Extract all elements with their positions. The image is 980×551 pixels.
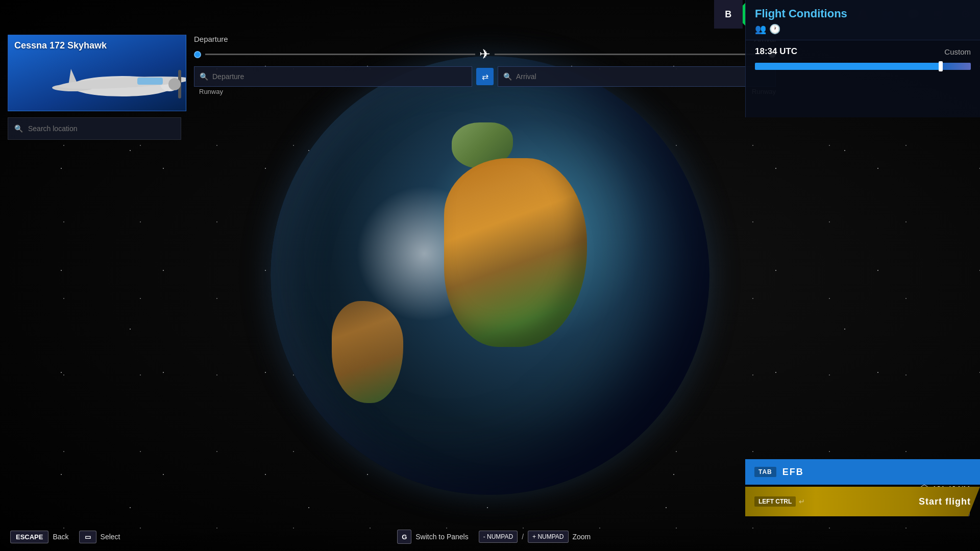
search-icon: 🔍 [14,124,23,133]
fc-weather-icon: 👥 [755,23,766,35]
bottom-bar-left: ESCAPE Back ▭ Select [10,531,120,543]
b-button[interactable]: B [714,0,743,29]
fc-title-text: Flight Conditions [755,7,847,20]
aircraft-card[interactable]: Cessna 172 Skyhawk [8,35,186,111]
arrival-input[interactable] [516,72,770,81]
svg-rect-5 [137,78,163,85]
atmosphere [271,56,709,495]
search-location-bar[interactable]: 🔍 [8,117,181,140]
start-flight-button[interactable]: LEFT CTRL ↵ Start flight [745,487,980,516]
select-key: ▭ [79,531,96,543]
route-connector-right [495,54,765,55]
swap-button[interactable]: ⇄ [476,68,494,85]
plus-numpad-key: + NUMPAD [528,531,568,543]
fp-labels: Departure Arrival [189,35,781,43]
fc-time-slider[interactable] [755,63,971,70]
fc-time-icon: 🕐 [769,23,780,35]
minus-numpad-key: - NUMPAD [479,531,518,543]
g-key: G [397,530,411,544]
arrival-input-wrap[interactable]: 🔍 [498,66,776,87]
fc-time-row: 18:34 UTC Custom [746,40,980,63]
fc-utc-time: 18:34 UTC [755,46,797,57]
escape-keybind: ESCAPE Back [10,531,69,543]
departure-input[interactable] [212,72,467,81]
switch-panels-label: Switch to Panels [415,533,469,541]
departure-dot [194,51,201,58]
flight-conditions-header: Flight Conditions 👥 🕐 [746,0,980,40]
plane-icon: ✈ [479,46,491,62]
fp-inputs: 🔍 ⇄ 🔍 [189,66,781,87]
route-connector-left [205,54,475,55]
efb-button[interactable]: TAB EFB [745,459,980,485]
search-location-input[interactable] [28,124,175,133]
aircraft-title: Cessna 172 Skyhawk [14,40,107,51]
departure-search-icon: 🔍 [200,72,208,81]
back-label: Back [53,533,68,541]
escape-key: ESCAPE [10,531,48,543]
switch-panels-keybind: G Switch to Panels [397,530,469,544]
swap-icon: ⇄ [482,72,488,82]
fc-icons-row: 👥 🕐 [755,23,971,35]
start-flight-key: LEFT CTRL [754,496,796,507]
select-label: Select [101,533,120,541]
flight-plan-bar: Departure Arrival ✈ 🔍 ⇄ 🔍 Runway Runway [189,35,781,96]
bottom-bar-center: G Switch to Panels - NUMPAD / + NUMPAD Z… [397,530,591,544]
svg-point-7 [168,78,181,90]
runway-labels: Runway Runway [189,87,781,95]
start-flight-text: Start flight [919,496,971,507]
fc-slider-container[interactable] [746,63,980,77]
flight-conditions-title: Flight Conditions [755,7,971,20]
departure-runway-label: Runway [194,88,223,95]
efb-text: EFB [782,467,804,478]
departure-label: Departure [194,35,228,43]
efb-tab-label: TAB [754,467,776,477]
arrival-search-icon: 🔍 [503,72,512,81]
globe[interactable] [271,56,709,495]
fc-slider-thumb [939,61,943,71]
bottom-bar: ESCAPE Back ▭ Select G Switch to Panels … [0,522,980,551]
start-flight-arrow: ↵ [799,497,805,506]
start-flight-keybind: LEFT CTRL ↵ [754,496,805,507]
right-panel: Flight Conditions 👥 🕐 18:34 UTC Custom [745,0,980,117]
fc-preset-label: Custom [944,47,971,56]
select-keybind: ▭ Select [79,531,120,543]
slash-separator: / [522,533,524,541]
aircraft-image [43,49,186,111]
zoom-keybind: - NUMPAD / + NUMPAD Zoom [479,531,591,543]
departure-input-wrap[interactable]: 🔍 [194,66,472,87]
zoom-label: Zoom [573,533,591,541]
route-line: ✈ [189,46,781,62]
